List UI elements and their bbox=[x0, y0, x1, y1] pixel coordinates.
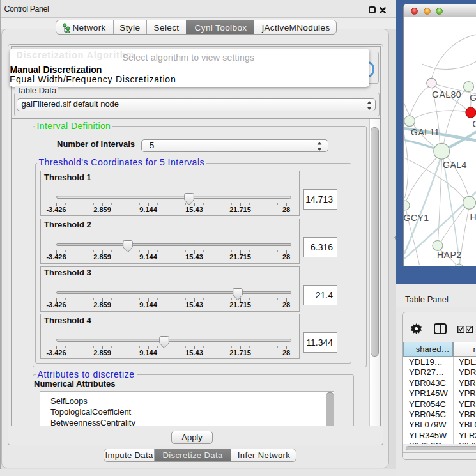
svg-text:CA: CA bbox=[472, 119, 476, 129]
svg-text:GAL80: GAL80 bbox=[432, 89, 461, 100]
svg-text:HA: HA bbox=[470, 212, 476, 222]
svg-text:GAL4: GAL4 bbox=[443, 160, 467, 170]
svg-text:HAP2: HAP2 bbox=[437, 250, 462, 260]
svg-text:GA: GA bbox=[470, 93, 476, 103]
svg-text:GAL11: GAL11 bbox=[411, 127, 440, 137]
svg-text:GCY1: GCY1 bbox=[404, 213, 429, 223]
